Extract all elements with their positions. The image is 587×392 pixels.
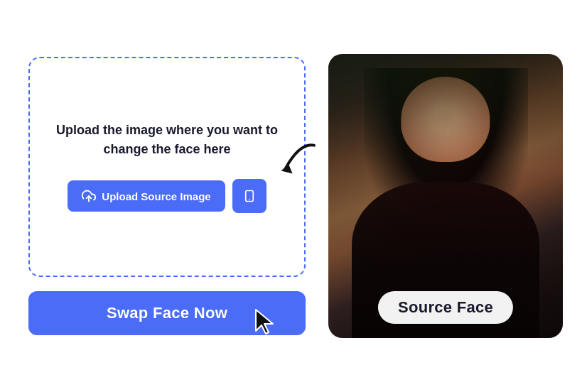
upload-dropzone: Upload the image where you want to chang… (28, 57, 306, 277)
upload-button-label: Upload Source Image (102, 190, 210, 202)
swap-button-label: Swap Face Now (107, 304, 227, 322)
left-panel: Upload the image where you want to chang… (28, 57, 306, 335)
cloud-upload-icon (82, 189, 96, 203)
source-face-panel: Source Face (328, 54, 563, 338)
main-container: Upload the image where you want to chang… (0, 0, 587, 392)
upload-source-image-button[interactable]: Upload Source Image (68, 180, 225, 212)
button-row: Upload Source Image (68, 179, 266, 213)
source-image: Source Face (328, 54, 563, 338)
cursor-icon (253, 308, 279, 341)
swap-face-button[interactable]: Swap Face Now (28, 291, 306, 335)
source-face-label: Source Face (378, 291, 513, 324)
mobile-icon (243, 189, 256, 203)
mobile-upload-button[interactable] (232, 179, 266, 213)
upload-instruction: Upload the image where you want to chang… (51, 121, 283, 159)
svg-marker-3 (281, 164, 293, 174)
